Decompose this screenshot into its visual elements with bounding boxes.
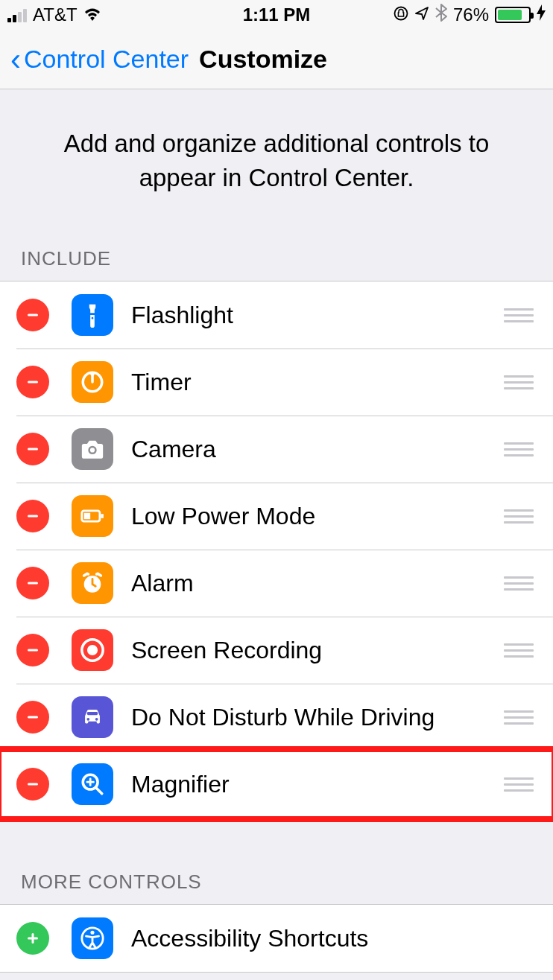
- remove-button[interactable]: [16, 634, 49, 666]
- remove-button[interactable]: [16, 433, 49, 465]
- svg-point-14: [86, 573, 89, 576]
- svg-point-7: [90, 448, 95, 453]
- nav-bar: ‹ Control Center Customize: [0, 30, 553, 89]
- orientation-lock-icon: [394, 4, 408, 25]
- back-chevron-icon[interactable]: ‹: [10, 42, 21, 77]
- svg-point-18: [87, 645, 98, 655]
- remove-button[interactable]: [16, 567, 49, 599]
- svg-rect-1: [28, 314, 38, 316]
- alarm-icon: [72, 562, 113, 604]
- add-button[interactable]: [16, 922, 49, 955]
- signal-icon: [7, 7, 27, 22]
- row-label: Low Power Mode: [131, 503, 502, 530]
- drag-handle[interactable]: [502, 777, 535, 792]
- status-bar: AT&T 1:11 PM 76%: [0, 0, 553, 30]
- drag-handle[interactable]: [502, 375, 535, 389]
- row-label: Alarm: [131, 570, 502, 597]
- more-list: Accessibility Shortcuts: [0, 904, 553, 973]
- timer-icon: [72, 361, 113, 403]
- charging-icon: [537, 4, 546, 25]
- list-row-accessibility: Accessibility Shortcuts: [0, 905, 553, 972]
- bluetooth-icon: [435, 4, 447, 26]
- battery-icon: [72, 495, 113, 537]
- svg-rect-23: [28, 783, 38, 786]
- section-header-more: MORE CONTROLS: [0, 863, 553, 904]
- remove-button[interactable]: [16, 768, 49, 801]
- svg-rect-5: [28, 448, 38, 451]
- intro-text: Add and organize additional controls to …: [0, 89, 553, 240]
- drag-handle[interactable]: [502, 576, 535, 591]
- row-label: Accessibility Shortcuts: [131, 925, 535, 952]
- row-label: Camera: [131, 436, 502, 463]
- list-row-alarm: Alarm: [0, 550, 553, 617]
- svg-rect-11: [84, 513, 91, 520]
- svg-rect-2: [28, 381, 38, 384]
- row-label: Do Not Disturb While Driving: [131, 704, 502, 731]
- svg-rect-10: [101, 515, 104, 519]
- row-label: Screen Recording: [131, 637, 502, 664]
- svg-rect-12: [28, 582, 38, 585]
- svg-point-20: [86, 718, 89, 721]
- svg-point-21: [95, 718, 98, 721]
- svg-rect-22: [87, 712, 98, 715]
- list-row-car: Do Not Disturb While Driving: [0, 684, 553, 751]
- include-list: FlashlightTimerCameraLow Power ModeAlarm…: [0, 281, 553, 818]
- flashlight-icon: [72, 294, 113, 336]
- svg-rect-26: [28, 938, 38, 940]
- list-row-battery: Low Power Mode: [0, 483, 553, 550]
- list-row-record: Screen Recording: [0, 617, 553, 684]
- camera-icon: [72, 428, 113, 470]
- carrier-label: AT&T: [33, 4, 78, 25]
- record-icon: [72, 629, 113, 671]
- list-row-camera: Camera: [0, 416, 553, 483]
- accessibility-icon: [72, 917, 113, 959]
- svg-rect-16: [28, 649, 38, 652]
- back-button[interactable]: Control Center: [24, 45, 189, 74]
- svg-point-4: [90, 372, 95, 376]
- page-title: Customize: [199, 45, 327, 74]
- row-label: Magnifier: [131, 771, 502, 798]
- location-icon: [414, 4, 429, 25]
- car-icon: [72, 696, 113, 738]
- section-header-include: INCLUDE: [0, 240, 553, 281]
- list-row-magnifier: Magnifier: [0, 751, 553, 818]
- drag-handle[interactable]: [502, 308, 535, 322]
- remove-button[interactable]: [16, 366, 49, 398]
- svg-point-15: [95, 573, 98, 576]
- magnifier-icon: [72, 763, 113, 805]
- remove-button[interactable]: [16, 299, 49, 331]
- battery-pct: 76%: [453, 4, 489, 25]
- row-label: Timer: [131, 369, 502, 396]
- remove-button[interactable]: [16, 500, 49, 532]
- battery-icon: [495, 7, 531, 23]
- wifi-icon: [83, 4, 101, 25]
- svg-rect-8: [28, 515, 38, 518]
- list-row-flashlight: Flashlight: [0, 281, 553, 349]
- row-label: Flashlight: [131, 302, 502, 329]
- drag-handle[interactable]: [502, 710, 535, 725]
- svg-point-28: [90, 931, 94, 935]
- list-row-timer: Timer: [0, 349, 553, 416]
- drag-handle[interactable]: [502, 509, 535, 524]
- clock: 1:11 PM: [187, 4, 367, 25]
- remove-button[interactable]: [16, 701, 49, 734]
- drag-handle[interactable]: [502, 442, 535, 456]
- svg-rect-19: [28, 716, 38, 719]
- drag-handle[interactable]: [502, 643, 535, 658]
